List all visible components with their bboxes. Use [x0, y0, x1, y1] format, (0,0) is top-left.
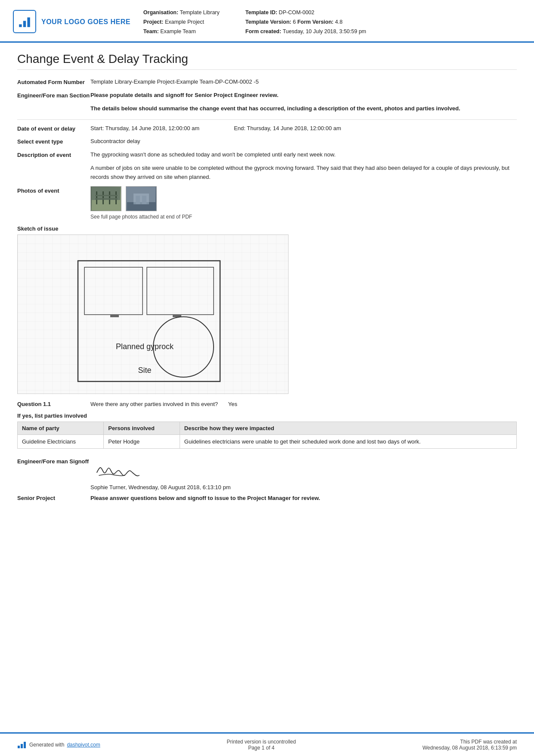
- form-created-row: Form created: Tuesday, 10 July 2018, 3:5…: [245, 28, 366, 36]
- svg-rect-1: [23, 21, 26, 27]
- svg-rect-7: [109, 191, 110, 204]
- project-value: Example Project: [165, 19, 204, 25]
- photo1-svg: [92, 187, 120, 210]
- footer-link[interactable]: dashpivot.com: [67, 742, 100, 748]
- photos-thumbnails: [90, 186, 517, 211]
- question-answer: Yes: [228, 401, 237, 407]
- engineer-section-label: Engineer/Fore man Section: [17, 91, 90, 100]
- template-id-row: Template ID: DP-COM-0002: [245, 9, 366, 17]
- photo-thumb-1-inner: [91, 187, 121, 211]
- automated-form-row: Automated Form Number Template Library-E…: [17, 78, 517, 87]
- svg-rect-5: [96, 191, 97, 204]
- event-type-label: Select event type: [17, 137, 90, 146]
- form-created-value: Tuesday, 10 July 2018, 3:50:59 pm: [283, 28, 366, 34]
- engineer-section-value: Please populate details and signoff for …: [90, 91, 517, 100]
- table-row: Guideline Electricians Peter Hodge Guide…: [18, 434, 517, 448]
- description-p2: A number of jobs on site were unable to …: [90, 164, 517, 182]
- parties-table-head: Name of party Persons involved Describe …: [18, 422, 517, 434]
- template-id-value: DP-COM-0002: [279, 9, 314, 16]
- template-version-label: Template Version:: [245, 19, 292, 25]
- header: YOUR LOGO GOES HERE Organisation: Templa…: [0, 0, 534, 43]
- svg-rect-20: [110, 315, 119, 317]
- project-label: Project:: [143, 19, 164, 25]
- project-row: Project: Example Project: [143, 18, 220, 26]
- form-version-value: 4.8: [335, 19, 342, 25]
- parties-table: Name of party Persons involved Describe …: [17, 422, 517, 449]
- footer: Generated with dashpivot.com Printed ver…: [0, 732, 534, 756]
- template-id-label: Template ID:: [245, 9, 277, 16]
- notice-text: The details below should summarise the c…: [90, 104, 517, 113]
- date-items: Start: Thursday, 14 June 2018, 12:00:00 …: [90, 124, 517, 133]
- footer-logo-icon: [17, 741, 27, 749]
- footer-right: This PDF was created at Wednesday, 08 Au…: [422, 739, 517, 751]
- description-p1: The gyprocking wasn't done as scheduled …: [90, 150, 517, 159]
- date-end: End: Thursday, 14 June 2018, 12:00:00 am: [234, 124, 341, 133]
- svg-rect-25: [18, 746, 20, 748]
- footer-left: Generated with dashpivot.com: [17, 741, 100, 749]
- photos-content: See full page photos attached at end of …: [90, 186, 517, 221]
- signoff-row: Engineer/Fore man Signoff Sophie Turner,…: [17, 456, 517, 490]
- photo-thumb-2-inner: [126, 187, 156, 211]
- event-type-row: Select event type Subcontractor delay: [17, 137, 517, 146]
- sketch-canvas: Planned gyprock Site: [17, 234, 289, 394]
- header-meta: Organisation: Template Library Project: …: [143, 8, 517, 35]
- svg-rect-2: [27, 18, 30, 27]
- header-meta-left: Organisation: Template Library Project: …: [143, 9, 220, 35]
- team-label: Team:: [143, 28, 159, 34]
- svg-rect-6: [102, 191, 104, 204]
- sketch-title: Sketch of issue: [17, 225, 517, 232]
- question-text-value: Were there any other parties involved in…: [90, 401, 218, 407]
- content: Change Event & Delay Tracking Automated …: [0, 43, 534, 732]
- footer-uncontrolled: Printed version is uncontrolled: [227, 739, 296, 745]
- team-value: Example Team: [160, 28, 196, 34]
- svg-rect-10: [95, 198, 118, 200]
- svg-rect-14: [136, 196, 140, 204]
- footer-center: Printed version is uncontrolled Page 1 o…: [227, 739, 296, 751]
- team-row: Team: Example Team: [143, 28, 220, 36]
- senior-row: Senior Project Please answer questions b…: [17, 495, 517, 501]
- form-created-label: Form created:: [245, 28, 281, 34]
- parties-title: If yes, list parties involved: [17, 412, 517, 419]
- party-persons: Peter Hodge: [104, 434, 180, 448]
- photos-caption: See full page photos attached at end of …: [90, 213, 517, 221]
- footer-pdf-label: This PDF was created at: [422, 739, 517, 745]
- form-version-label: Form Version:: [297, 19, 333, 25]
- logo-text: YOUR LOGO GOES HERE: [41, 18, 130, 26]
- signature-svg: [93, 457, 144, 481]
- logo-icon: [18, 15, 31, 28]
- senior-value: Please answer questions below and signof…: [90, 495, 517, 501]
- org-value: Template Library: [180, 9, 219, 16]
- svg-rect-9: [95, 195, 118, 196]
- parties-table-header-row: Name of party Persons involved Describe …: [18, 422, 517, 434]
- org-row: Organisation: Template Library: [143, 9, 220, 17]
- photo2-svg: [127, 187, 155, 210]
- description-row: Description of event The gyprocking wasn…: [17, 150, 517, 181]
- sketch-section: Sketch of issue: [17, 225, 517, 394]
- event-type-value: Subcontractor delay: [90, 137, 517, 146]
- signoff-content: Sophie Turner, Wednesday, 08 August 2018…: [90, 456, 517, 490]
- svg-rect-26: [21, 744, 23, 748]
- date-label: Date of event or delay: [17, 124, 90, 133]
- automated-form-value: Template Library-Example Project-Example…: [90, 78, 517, 87]
- photo-thumb-2: [126, 186, 157, 211]
- photos-row: Photos of event: [17, 186, 517, 221]
- party-name: Guideline Electricians: [18, 434, 104, 448]
- svg-rect-8: [115, 191, 117, 204]
- parties-table-body: Guideline Electricians Peter Hodge Guide…: [18, 434, 517, 448]
- col-header-persons: Persons involved: [104, 422, 180, 434]
- doc-title: Change Event & Delay Tracking: [17, 52, 517, 70]
- date-row: Date of event or delay Start: Thursday, …: [17, 124, 517, 133]
- question-label: Question 1.1: [17, 401, 90, 407]
- col-header-impact: Describe how they were impacted: [180, 422, 516, 434]
- question-text: Were there any other parties involved in…: [90, 401, 517, 407]
- signature-area: [90, 456, 146, 482]
- party-impact: Guidelines electricians were unable to g…: [180, 434, 516, 448]
- signoff-label: Engineer/Fore man Signoff: [17, 456, 90, 465]
- photos-label: Photos of event: [17, 186, 90, 195]
- footer-generated-label: Generated with: [29, 742, 64, 748]
- signoff-meta: Sophie Turner, Wednesday, 08 August 2018…: [90, 484, 517, 490]
- svg-rect-27: [24, 742, 26, 748]
- template-version-value: 6: [293, 19, 296, 25]
- notice-box: The details below should summarise the c…: [90, 104, 517, 113]
- logo-box: [13, 10, 36, 33]
